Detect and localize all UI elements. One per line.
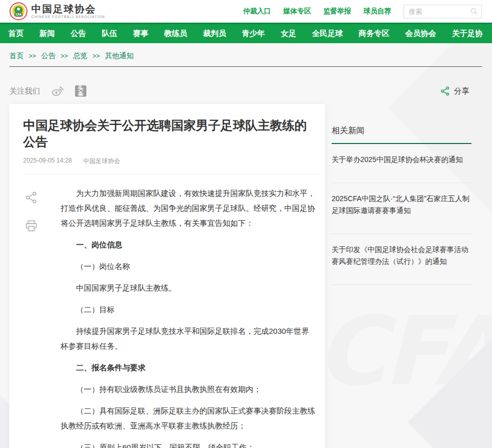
article-meta: 2025-09-05 14:28 中国足球协会 (23, 157, 317, 174)
share-icon (440, 86, 450, 96)
article-date: 2025-09-05 14:28 (23, 157, 72, 166)
follow-row: 关注我们 头条 分享 (9, 85, 482, 97)
related-news-sidebar: 相关新闻 关于举办2025中国足球协会杯决赛的通知2025CFA中国之队·“北人… (332, 104, 471, 285)
cfa-logo-badge-icon: CFA (9, 2, 28, 21)
article-paragraph: 持续提升国家男子足球队竞技水平和国际足联排名，完成2030年世界杯参赛目标任务。 (61, 324, 316, 353)
nav-item[interactable]: 公告 (66, 29, 90, 39)
breadcrumb: >>首页>>公告>>总览>>其他通知 (9, 43, 482, 67)
share-label: 分享 (454, 86, 469, 96)
top-header: CFA 中国足球协会 CHINESE FOOTBALL ASSOCIATION … (0, 0, 492, 23)
utility-link[interactable]: 媒体专区 (283, 7, 311, 16)
nav-item[interactable]: 全民足球 (308, 29, 347, 39)
breadcrumb-separator: >> (29, 52, 36, 60)
nav-item[interactable]: 关于足协 (448, 29, 487, 39)
article-paragraph: 中国国家男子足球队主教练。 (61, 280, 316, 295)
utility-link[interactable]: 球员自荐 (363, 7, 391, 16)
breadcrumb-separator: >> (61, 52, 68, 60)
search-icon[interactable] (470, 7, 478, 15)
article-source: 中国足球协会 (83, 157, 120, 166)
search-box[interactable] (404, 5, 482, 19)
article-share-icon[interactable] (25, 191, 38, 204)
article-body: 为大力加强新周期国家队建设，有效快速提升国家队竞技实力和水平，打造作风优良、能征… (61, 186, 316, 448)
cfa-logo[interactable]: CFA 中国足球协会 CHINESE FOOTBALL ASSOCIATION (9, 2, 105, 21)
nav-item[interactable]: 青少年 (238, 29, 269, 39)
logo-title: 中国足球协会 (31, 4, 105, 14)
utility-link[interactable]: 监督举报 (323, 7, 351, 16)
related-news-item[interactable]: 2025CFA中国之队·“北人集团”石家庄五人制足球国际邀请赛赛事通知 (332, 183, 471, 234)
article-title: 中国足球协会关于公开选聘国家男子足球队主教练的公告 (23, 117, 317, 150)
breadcrumb-segment: >>首页 (9, 51, 24, 60)
follow-us-label: 关注我们 (9, 86, 40, 96)
nav-item[interactable]: 队伍 (98, 29, 121, 39)
main-nav: 首页新闻公告队伍赛事教练员裁判员青少年女足全民足球商务专区会员协会关于足协 (0, 23, 492, 43)
article-paragraph: 二、报名条件与要求 (61, 360, 316, 375)
breadcrumb-link[interactable]: 首页 (9, 51, 24, 60)
header-right: 仲裁入口媒体专区监督举报球员自荐 (243, 5, 482, 19)
nav-item[interactable]: 商务专区 (355, 29, 394, 39)
breadcrumb-link[interactable]: 总览 (73, 51, 87, 60)
toutiao-icon[interactable]: 头条 (75, 85, 86, 97)
article-paragraph: （二）目标 (61, 302, 316, 317)
logo-subtitle: CHINESE FOOTBALL ASSOCIATION (31, 15, 105, 19)
nav-item[interactable]: 女足 (277, 29, 300, 39)
utility-link[interactable]: 仲裁入口 (243, 7, 271, 16)
breadcrumb-segment: >>公告 (24, 51, 56, 60)
breadcrumb-link[interactable]: 公告 (41, 51, 56, 60)
related-news-title: 相关新闻 (332, 126, 471, 144)
search-input[interactable] (409, 8, 470, 15)
article-card: 中国足球协会关于公开选聘国家男子足球队主教练的公告 2025-09-05 14:… (9, 104, 325, 448)
breadcrumb-segment: >>其他通知 (87, 51, 134, 60)
nav-item[interactable]: 首页 (4, 29, 28, 39)
article-tools (25, 191, 38, 232)
svg-text:CFA: CFA (15, 13, 22, 16)
content-area: >>首页>>公告>>总览>>其他通知 关注我们 头条 分享 中国足球协 (0, 43, 492, 448)
article-paragraph: （一）岗位名称 (61, 259, 316, 274)
nav-item[interactable]: 赛事 (129, 29, 153, 39)
nav-item[interactable]: 教练员 (160, 29, 191, 39)
article-paragraph: （二）具有国际足联、洲际足联主办的国家队正式赛事决赛阶段主教练执教经历或有欧洲、… (61, 403, 316, 433)
breadcrumb-link[interactable]: 其他通知 (105, 51, 134, 60)
article-paragraph: （一）持有职业级教练员证书且执教执照在有效期内； (61, 382, 316, 397)
nav-item[interactable]: 裁判员 (199, 29, 230, 39)
nav-item[interactable]: 新闻 (35, 29, 59, 39)
share-button[interactable]: 分享 (440, 86, 469, 96)
related-news-item[interactable]: 关于举办2025中国足球协会杯决赛的通知 (332, 144, 471, 183)
article-paragraph: （三）原则上60周岁以下，国籍不限，须全职工作； (61, 440, 316, 448)
utility-links: 仲裁入口媒体专区监督举报球员自荐 (243, 7, 404, 16)
print-icon[interactable] (25, 219, 38, 232)
article-paragraph: 一、岗位信息 (61, 237, 316, 252)
logo-text: 中国足球协会 CHINESE FOOTBALL ASSOCIATION (31, 4, 105, 19)
breadcrumb-segment: >>总览 (56, 51, 87, 60)
nav-item[interactable]: 会员协会 (401, 29, 440, 39)
related-news-item[interactable]: 关于印发《中国足球协会社会足球赛事活动赛风赛纪管理办法（试行）》的通知 (332, 234, 471, 285)
breadcrumb-separator: >> (93, 52, 100, 60)
related-news-list: 关于举办2025中国足球协会杯决赛的通知2025CFA中国之队·“北人集团”石家… (332, 144, 471, 285)
weibo-icon[interactable] (51, 85, 64, 97)
article-paragraph: 为大力加强新周期国家队建设，有效快速提升国家队竞技实力和水平，打造作风优良、能征… (61, 186, 316, 230)
